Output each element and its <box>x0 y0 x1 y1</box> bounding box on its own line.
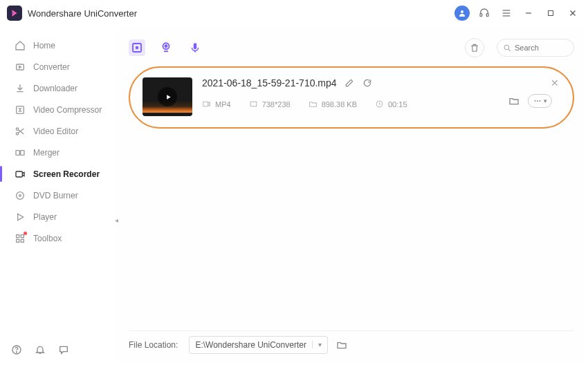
open-folder-button[interactable] <box>508 95 520 106</box>
chevron-down-icon: ▾ <box>312 341 322 348</box>
svg-point-38 <box>535 100 536 102</box>
svg-rect-22 <box>21 234 24 237</box>
meta-resolution: 738*238 <box>249 100 291 109</box>
play-overlay-icon <box>158 87 177 106</box>
sidebar-label: Video Editor <box>33 127 78 136</box>
svg-rect-31 <box>194 43 197 49</box>
main-panel: ✕ 2021-06-18_15-59-21-710.mp4 <box>116 28 584 364</box>
sidebar-label: DVD Burner <box>33 191 78 200</box>
svg-point-13 <box>16 128 18 130</box>
svg-rect-17 <box>16 171 22 177</box>
svg-rect-15 <box>16 150 19 155</box>
sidebar-label: Toolbox <box>33 234 62 243</box>
sidebar-label: Downloader <box>33 84 77 93</box>
meta-duration: 00:15 <box>375 100 407 109</box>
search-icon <box>503 44 512 53</box>
svg-line-33 <box>508 49 511 51</box>
rename-icon[interactable] <box>344 77 355 88</box>
app-logo <box>7 6 22 21</box>
sidebar-item-toolbox[interactable]: Toolbox <box>0 227 116 249</box>
scissors-icon <box>14 125 26 138</box>
svg-point-26 <box>16 352 17 353</box>
svg-point-1 <box>461 10 463 13</box>
sidebar-item-converter[interactable]: Converter <box>0 56 116 77</box>
highlight-annotation: ✕ 2021-06-18_15-59-21-710.mp4 <box>129 66 574 129</box>
sidebar-label: Converter <box>33 62 70 72</box>
folder-icon <box>309 100 318 109</box>
sidebar: Home Converter Downloader Video Compress… <box>0 26 116 365</box>
sidebar-item-merger[interactable]: Merger <box>0 142 116 163</box>
svg-rect-35 <box>203 102 208 106</box>
feedback-icon[interactable] <box>57 343 71 357</box>
file-thumbnail[interactable] <box>143 77 192 116</box>
minimize-button[interactable] <box>520 5 537 21</box>
mode-screen-button[interactable] <box>129 39 145 56</box>
svg-point-40 <box>540 100 541 102</box>
sidebar-label: Home <box>33 41 55 50</box>
refresh-icon[interactable] <box>362 77 373 88</box>
mode-webcam-button[interactable] <box>158 39 174 56</box>
close-button[interactable] <box>564 5 581 21</box>
sidebar-label: Player <box>33 212 57 222</box>
mode-audio-button[interactable] <box>187 39 203 56</box>
titlebar: Wondershare UniConverter <box>0 0 588 26</box>
maximize-button[interactable] <box>542 5 559 21</box>
svg-marker-20 <box>18 214 24 220</box>
search-field[interactable] <box>515 44 563 52</box>
dimensions-icon <box>249 100 258 109</box>
sidebar-item-editor[interactable]: Video Editor <box>0 120 116 142</box>
svg-marker-34 <box>167 95 171 99</box>
record-icon <box>14 168 26 180</box>
svg-point-19 <box>19 194 21 196</box>
svg-point-14 <box>16 132 18 134</box>
more-actions-button[interactable]: ▾ <box>528 94 552 108</box>
file-location-label: File Location: <box>129 340 178 350</box>
sidebar-item-dvd-burner[interactable]: DVD Burner <box>0 185 116 206</box>
file-name: 2021-06-18_15-59-21-710.mp4 <box>202 77 337 88</box>
sidebar-label: Video Compressor <box>33 105 102 115</box>
headset-icon[interactable] <box>476 5 493 21</box>
clock-icon <box>375 100 384 109</box>
bell-icon[interactable] <box>33 343 47 357</box>
hamburger-icon[interactable] <box>498 5 515 21</box>
svg-point-30 <box>165 45 167 47</box>
home-icon <box>14 39 26 52</box>
svg-rect-36 <box>250 102 257 106</box>
svg-point-0 <box>12 12 14 14</box>
file-close-button[interactable]: ✕ <box>551 77 559 88</box>
svg-rect-3 <box>486 14 488 17</box>
disc-icon <box>14 189 26 202</box>
toolbox-icon <box>14 232 26 245</box>
footer-bar: File Location: E:\Wondershare UniConvert… <box>129 330 574 358</box>
svg-point-18 <box>17 191 24 199</box>
svg-rect-24 <box>21 239 24 242</box>
chevron-down-icon: ▾ <box>544 97 547 104</box>
svg-rect-16 <box>21 150 24 155</box>
video-icon <box>202 100 211 109</box>
sidebar-label: Screen Recorder <box>33 169 100 179</box>
merge-icon <box>14 147 26 159</box>
svg-point-39 <box>537 100 538 102</box>
ellipsis-icon <box>533 96 542 106</box>
svg-point-32 <box>504 45 509 50</box>
sidebar-item-player[interactable]: Player <box>0 206 116 227</box>
file-location-select[interactable]: E:\Wondershare UniConverter ▾ <box>189 336 328 354</box>
open-location-button[interactable] <box>336 339 347 350</box>
svg-rect-2 <box>480 14 482 17</box>
play-icon <box>14 211 26 223</box>
meta-size: 898.38 KB <box>309 100 357 109</box>
trash-button[interactable] <box>465 38 484 57</box>
user-avatar[interactable] <box>454 5 470 21</box>
app-title: Wondershare UniConverter <box>28 8 137 19</box>
sidebar-item-home[interactable]: Home <box>0 35 116 56</box>
download-icon <box>14 82 26 95</box>
sidebar-item-compressor[interactable]: Video Compressor <box>0 99 116 120</box>
sidebar-item-screen-recorder[interactable]: Screen Recorder <box>0 163 116 185</box>
search-input[interactable] <box>497 39 574 57</box>
svg-rect-23 <box>17 239 19 242</box>
sidebar-item-downloader[interactable]: Downloader <box>0 77 116 99</box>
svg-rect-21 <box>17 234 19 237</box>
converter-icon <box>14 61 26 73</box>
sidebar-collapse-handle[interactable]: ◂ <box>112 213 120 227</box>
help-icon[interactable] <box>10 343 24 357</box>
